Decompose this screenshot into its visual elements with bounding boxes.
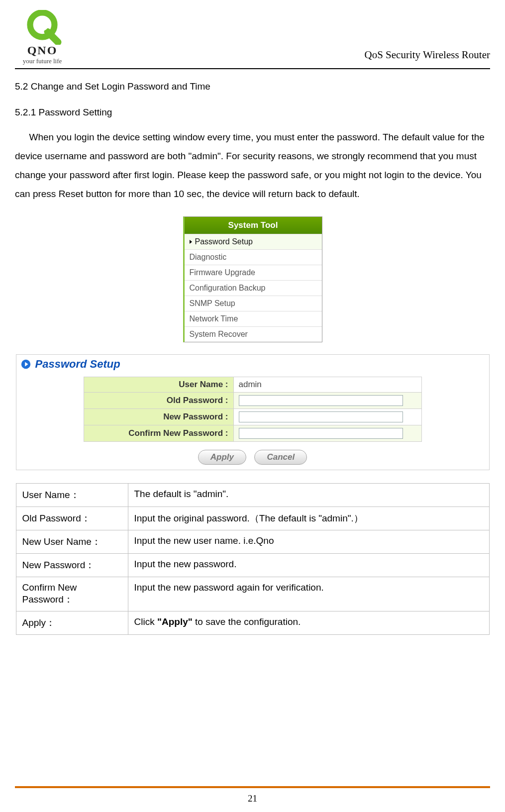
intro-paragraph: When you login the device setting window… [15,128,490,203]
menu-item-label: SNMP Setup [190,299,235,308]
desc-label: Apply： [16,611,128,635]
brand-name: QNO [27,44,58,57]
menu-item-firmware-upgrade[interactable]: Firmware Upgrade [185,265,322,280]
menu-item-label: Diagnostic [190,253,227,262]
subsection-heading: 5.2.1 Password Setting [15,107,490,118]
menu-item-network-time[interactable]: Network Time [185,311,322,326]
svg-point-1 [36,19,49,31]
page-number: 21 [0,793,505,804]
section-heading: 5.2 Change and Set Login Password and Ti… [15,81,490,92]
description-table: User Name： The default is "admin". Old P… [16,483,490,635]
desc-label: User Name： [16,484,128,507]
button-row: Apply Cancel [16,442,489,470]
table-row: New User Name： Input the new user name. … [16,530,489,554]
menu-item-label: Firmware Upgrade [190,268,255,277]
table-row: Apply： Click "Apply" to save the configu… [16,611,489,635]
label-confirm-new-password: Confirm New Password : [84,425,233,442]
password-setup-panel: Password Setup User Name : admin Old Pas… [16,354,490,470]
document-title: QoS Security Wireless Router [365,49,490,65]
menu-item-snmp-setup[interactable]: SNMP Setup [185,296,322,311]
table-row: Old Password： Input the original passwor… [16,507,489,530]
menu-item-label: System Recover [190,330,248,339]
password-form-table: User Name : admin Old Password : New Pas… [84,377,422,442]
password-setup-header: Password Setup [16,355,489,374]
desc-label: Old Password： [16,507,128,530]
system-tool-menu-figure: System Tool Password Setup Diagnostic Fi… [183,216,322,342]
label-new-password: New Password : [84,409,233,425]
desc-value: The default is "admin". [128,484,489,507]
desc-value: Input the original password.（The default… [128,507,489,530]
desc-value: Input the new user name. i.e.Qno [128,530,489,554]
arrow-right-circle-icon [20,359,31,370]
desc-label: Confirm New Password： [16,577,128,611]
menu-active-arrow-icon [190,240,192,244]
system-tool-menu-title: System Tool [185,217,322,234]
value-user-name: admin [233,377,421,393]
menu-item-diagnostic[interactable]: Diagnostic [185,249,322,265]
page: QNO your future life QoS Security Wirele… [0,0,505,812]
table-row: Confirm New Password： Input the new pass… [16,577,489,611]
brand-logo-block: QNO your future life [15,10,70,65]
table-row: User Name： The default is "admin". [16,484,489,507]
desc-value: Click "Apply" to save the configuration. [128,611,489,635]
system-tool-menu: System Tool Password Setup Diagnostic Fi… [183,216,322,342]
menu-item-label: Configuration Backup [190,284,266,293]
desc-label: New User Name： [16,530,128,554]
header-divider [15,68,490,69]
apply-button[interactable]: Apply [198,450,246,465]
cancel-button[interactable]: Cancel [254,450,307,465]
menu-item-label: Network Time [190,314,238,323]
desc-label: New Password： [16,554,128,577]
table-row: New Password： Input the new password. [16,554,489,577]
menu-item-password-setup[interactable]: Password Setup [185,234,322,249]
brand-tagline: your future life [23,57,62,65]
menu-item-configuration-backup[interactable]: Configuration Backup [185,280,322,296]
password-setup-title: Password Setup [35,358,120,371]
old-password-input[interactable] [239,395,403,406]
footer-divider [15,786,490,788]
desc-value: Input the new password. [128,554,489,577]
confirm-new-password-input[interactable] [239,428,403,439]
label-user-name: User Name : [84,377,233,393]
desc-value: Input the new password again for verific… [128,577,489,611]
label-old-password: Old Password : [84,393,233,409]
new-password-input[interactable] [239,411,403,422]
menu-item-label: Password Setup [195,237,253,246]
page-header: QNO your future life QoS Security Wirele… [15,10,490,65]
menu-item-system-recover[interactable]: System Recover [185,326,322,342]
qno-logo-icon [20,10,65,45]
